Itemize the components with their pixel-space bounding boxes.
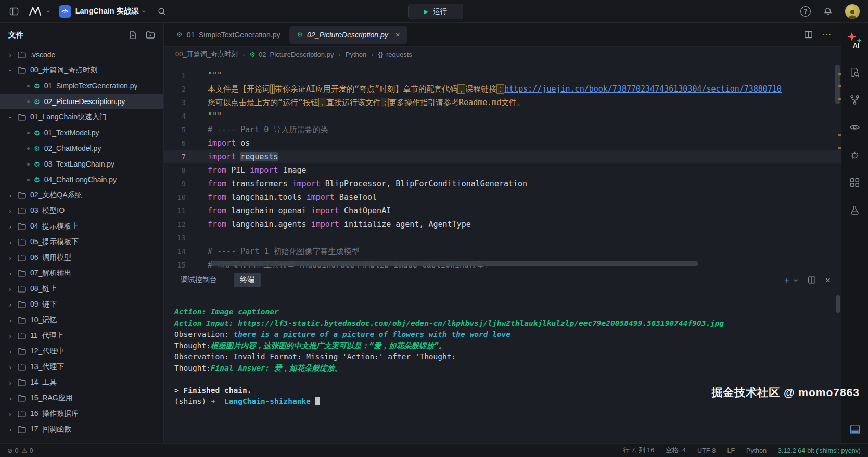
tree-item-folder[interactable]: ›00_开篇词_奇点时刻 — [0, 62, 163, 78]
tree-item-folder[interactable]: ›14_工具 — [0, 375, 163, 390]
ai-assistant-icon[interactable]: AI — [846, 30, 864, 51]
more-actions-icon[interactable]: ⋯ — [822, 29, 832, 40]
statusbar-item[interactable]: 行 7, 列 16 — [623, 446, 654, 455]
code-line[interactable]: 7import requests — [164, 150, 841, 163]
tree-item-file[interactable]: ⚙01_SimpleTextGeneration.py — [0, 78, 163, 94]
code-line[interactable]: 10from langchain.tools import BaseTool — [164, 191, 841, 204]
statusbar-item[interactable]: Python — [746, 447, 767, 454]
tree-item-folder[interactable]: ›01_LangChain快速入门 — [0, 109, 163, 125]
close-panel-icon[interactable]: × — [825, 276, 831, 285]
tree-item-folder[interactable]: ›03_模型IO — [0, 203, 163, 219]
statusbar-item[interactable]: LF — [727, 447, 735, 454]
problems-summary[interactable]: ⊘ 0 ⚠ 0 — [7, 447, 33, 454]
panel-tab[interactable]: 调试控制台 — [174, 273, 223, 287]
breadcrumb-item[interactable]: {}requests — [378, 50, 412, 58]
code-line[interactable]: 5# ---- Part 0 导入所需要的类 — [164, 123, 841, 136]
overview-ruler-mark — [838, 147, 841, 149]
code-line[interactable]: 3您可以点击最上方的“运行”按钮，直接运行该文件；更多操作指引请参考Readme… — [164, 96, 841, 109]
new-file-icon[interactable] — [129, 31, 137, 40]
app-logo-icon[interactable] — [27, 4, 43, 19]
tree-item-folder[interactable]: ›12_代理中 — [0, 344, 163, 359]
bug-icon[interactable] — [848, 148, 862, 161]
file-status-dot — [27, 179, 30, 181]
tree-item-folder[interactable]: ›15_RAG应用 — [0, 390, 163, 406]
tree-item-file[interactable]: ⚙02_PictureDescription.py — [0, 94, 163, 109]
code-line[interactable]: 11from langchain_openai import ChatOpenA… — [164, 204, 841, 218]
bell-icon[interactable] — [820, 4, 836, 19]
tree-item-folder[interactable]: ›13_代理下 — [0, 359, 163, 375]
chevron-down-icon[interactable]: › — [793, 278, 801, 282]
code-text: """ — [208, 109, 222, 123]
chevron-right-icon: › — [7, 301, 14, 309]
tree-item-label: 11_代理上 — [30, 331, 63, 340]
terminal-scrollbar[interactable] — [836, 295, 840, 313]
tree-item-folder[interactable]: ›08_链上 — [0, 281, 163, 297]
editor-tab[interactable]: ⚙02_PictureDescription.py× — [289, 26, 407, 44]
tree-item-folder[interactable]: ›10_记忆 — [0, 312, 163, 328]
eye-icon[interactable] — [848, 120, 862, 134]
help-icon[interactable]: ? — [800, 6, 811, 17]
terminal-line: Thought:根据图片内容，这张图的中文推广文案可以是：“爱，如花朵般绽放”。 — [174, 340, 831, 352]
code-line[interactable]: 6import os — [164, 136, 841, 150]
breadcrumb-item[interactable]: 00_开篇词_奇点时刻 — [175, 49, 238, 59]
tree-item-folder[interactable]: ›05_提示模板下 — [0, 234, 163, 250]
folder-icon — [18, 426, 26, 433]
file-status-dot — [27, 85, 30, 87]
tree-item-folder[interactable]: ›11_代理上 — [0, 328, 163, 344]
split-editor-icon[interactable] — [804, 30, 813, 39]
editor-column: ⚙01_SimpleTextGeneration.py⚙02_PictureDe… — [164, 23, 841, 443]
code-line[interactable]: 13 — [164, 231, 841, 245]
code-line[interactable]: 2本文件是【开篇词|带你亲证AI应用开发的“奇点”时刻】章节的配套代码，课程链接… — [164, 82, 841, 96]
line-number: 6 — [164, 136, 198, 150]
editor-horizontal-scrollbar[interactable] — [211, 261, 698, 266]
tree-item-folder[interactable]: ›06_调用模型 — [0, 250, 163, 265]
run-button[interactable]: ▶ 运行 — [408, 4, 463, 19]
split-panel-icon[interactable] — [808, 276, 816, 284]
chevron-right-icon: › — [7, 285, 14, 293]
git-fork-icon[interactable] — [848, 93, 862, 106]
tree-item-file[interactable]: ⚙04_ChatLongChain.py — [0, 172, 163, 187]
code-line[interactable]: 4""" — [164, 109, 841, 123]
error-indicator[interactable]: ⊘ 0 — [7, 447, 18, 454]
code-line[interactable]: 8from PIL import Image — [164, 163, 841, 177]
tree-item-folder[interactable]: ›09_链下 — [0, 297, 163, 312]
editor-tab[interactable]: ⚙01_SimpleTextGeneration.py — [169, 26, 287, 44]
tree-item-folder[interactable]: ›07_解析输出 — [0, 265, 163, 281]
code-line[interactable]: 1""" — [164, 69, 841, 82]
tree-item-folder[interactable]: ›16_操作数据库 — [0, 406, 163, 422]
tree-item-folder[interactable]: ›17_回调函数 — [0, 422, 163, 437]
breadcrumb-item[interactable]: ⚙02_PictureDescription.py — [249, 50, 334, 58]
extensions-icon[interactable] — [848, 175, 862, 189]
statusbar-item[interactable]: UTF-8 — [697, 447, 716, 454]
statusbar-item[interactable]: 3.12.2 64-bit ('shims': pyenv) — [778, 447, 861, 454]
breadcrumb-item[interactable]: Python — [346, 50, 366, 58]
tree-item-file[interactable]: ⚙02_ChatModel.py — [0, 141, 163, 156]
code-line[interactable]: 9from transformers import BlipProcessor,… — [164, 177, 841, 191]
panel-tab[interactable]: 终端 — [234, 273, 261, 287]
new-folder-icon[interactable] — [146, 31, 155, 40]
search-icon[interactable] — [154, 4, 170, 19]
folder-icon — [18, 301, 26, 308]
panel-layout-icon[interactable] — [848, 423, 862, 436]
code-line[interactable]: 14# ---- Part 1 初始化图像字幕生成模型 — [164, 245, 841, 258]
folder-icon — [18, 254, 26, 261]
sidebar-toggle-icon[interactable] — [6, 4, 22, 19]
code-editor[interactable]: 1"""2本文件是【开篇词|带你亲证AI应用开发的“奇点”时刻】章节的配套代码，… — [164, 61, 841, 268]
code-line[interactable]: 12from langchain.agents import initializ… — [164, 218, 841, 231]
chevron-down-icon[interactable]: › — [45, 10, 53, 12]
tree-item-folder[interactable]: ›.vscode — [0, 47, 163, 62]
close-icon[interactable]: × — [395, 30, 400, 39]
tree-item-file[interactable]: ⚙03_TextLangChain.py — [0, 156, 163, 172]
statusbar-item[interactable]: 空格: 4 — [666, 446, 686, 455]
user-avatar[interactable] — [845, 4, 860, 19]
terminal[interactable]: Action: Image captionerAction Input: htt… — [164, 292, 841, 443]
workspace-switcher[interactable]: </> LangChain 实战课 › — [56, 3, 149, 20]
beaker-icon[interactable] — [848, 203, 862, 217]
new-terminal-icon[interactable]: ＋ — [782, 276, 791, 285]
warning-indicator[interactable]: ⚠ 0 — [21, 447, 33, 454]
tree-item-file[interactable]: ⚙01_TextModel.py — [0, 125, 163, 141]
code-link[interactable]: https://juejin.cn/book/73877023474361303… — [504, 84, 782, 94]
tree-item-folder[interactable]: ›04_提示模板上 — [0, 219, 163, 234]
file-search-icon[interactable] — [848, 65, 862, 79]
tree-item-folder[interactable]: ›02_文档QA系统 — [0, 187, 163, 203]
